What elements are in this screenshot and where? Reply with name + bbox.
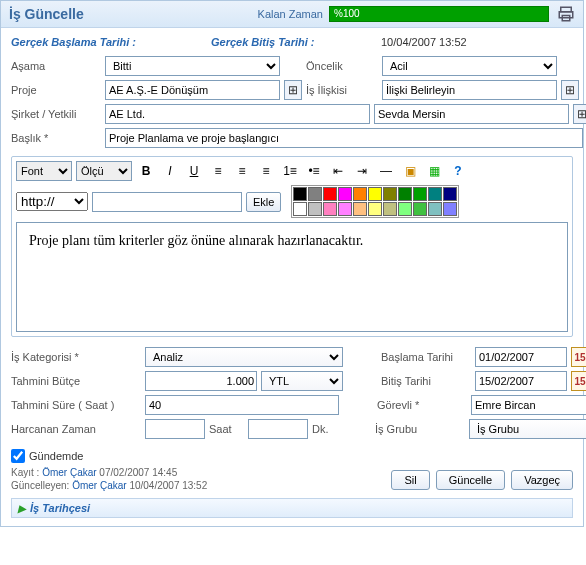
estimated-duration-label: Tahmini Süre ( Saat ) (11, 399, 141, 411)
color-swatch[interactable] (428, 202, 442, 216)
spent-hours-input[interactable] (145, 419, 205, 439)
project-input[interactable] (105, 80, 280, 100)
update-button[interactable]: Güncelle (436, 470, 505, 490)
color-swatch[interactable] (413, 202, 427, 216)
color-swatch[interactable] (383, 187, 397, 201)
spent-minutes-input[interactable] (248, 419, 308, 439)
size-select[interactable]: Ölçü (76, 161, 132, 181)
print-icon[interactable] (557, 5, 575, 23)
color-swatch[interactable] (383, 202, 397, 216)
color-swatch[interactable] (308, 202, 322, 216)
end-date-picker-button[interactable]: 15 (571, 371, 586, 391)
hr-button[interactable]: — (376, 161, 396, 181)
priority-label: Öncelik (306, 60, 378, 72)
updated-by-link[interactable]: Ömer Çakar (72, 480, 126, 491)
assignee-label: Görevli * (377, 399, 467, 411)
cancel-button[interactable]: Vazgeç (511, 470, 573, 490)
date-button[interactable]: ▦ (424, 161, 444, 181)
workgroup-label: İş Grubu (375, 423, 465, 435)
color-swatch[interactable] (323, 202, 337, 216)
progress-bar: %100 (329, 6, 549, 22)
editor-textarea[interactable]: Proje planı tüm kriterler göz önüne alın… (16, 222, 568, 332)
stage-select[interactable]: Bitti (105, 56, 280, 76)
dialog-header: İş Güncelle Kalan Zaman %100 (1, 1, 583, 28)
underline-button[interactable]: U (184, 161, 204, 181)
font-select[interactable]: Font (16, 161, 72, 181)
color-swatch[interactable] (323, 187, 337, 201)
color-swatch[interactable] (338, 202, 352, 216)
company-input[interactable] (105, 104, 370, 124)
real-end-date-label: Gerçek Bitiş Tarihi : (211, 36, 381, 48)
category-select[interactable]: Analiz (145, 347, 343, 367)
color-swatch[interactable] (308, 187, 322, 201)
rich-editor: Font Ölçü B I U ≡ ≡ ≡ 1≡ •≡ ⇤ ⇥ — ▣ ▦ ? … (11, 156, 573, 337)
list-ol-button[interactable]: 1≡ (280, 161, 300, 181)
progress-text: %100 (334, 8, 360, 19)
bold-button[interactable]: B (136, 161, 156, 181)
list-ul-button[interactable]: •≡ (304, 161, 324, 181)
agenda-label: Gündemde (29, 450, 83, 462)
color-swatch[interactable] (443, 202, 457, 216)
budget-input[interactable] (145, 371, 257, 391)
spent-time-label: Harcanan Zaman (11, 423, 141, 435)
agenda-checkbox[interactable] (11, 449, 25, 463)
real-end-date-value: 10/04/2007 13:52 (381, 36, 467, 48)
priority-select[interactable]: Acil (382, 56, 557, 76)
image-button[interactable]: ▣ (400, 161, 420, 181)
estimated-duration-input[interactable] (145, 395, 339, 415)
relation-input[interactable] (382, 80, 557, 100)
hours-unit-label: Saat (209, 423, 244, 435)
color-swatch[interactable] (293, 202, 307, 216)
help-button[interactable]: ? (448, 161, 468, 181)
outdent-button[interactable]: ⇤ (328, 161, 348, 181)
remaining-time-label: Kalan Zaman (258, 8, 323, 20)
page-title: İş Güncelle (9, 6, 84, 22)
indent-button[interactable]: ⇥ (352, 161, 372, 181)
budget-label: Tahmini Bütçe (11, 375, 141, 387)
currency-select[interactable]: YTL (261, 371, 343, 391)
project-pick-button[interactable]: ⊞ (284, 80, 302, 100)
assignee-input[interactable] (471, 395, 586, 415)
protocol-select[interactable]: http:// (16, 192, 88, 211)
color-swatch[interactable] (428, 187, 442, 201)
expand-icon: ▶ (18, 503, 26, 514)
title-label: Başlık * (11, 132, 101, 144)
color-swatch[interactable] (338, 187, 352, 201)
relation-label: İş İlişkisi (306, 84, 378, 96)
project-label: Proje (11, 84, 101, 96)
start-date-input[interactable] (475, 347, 567, 367)
url-input[interactable] (92, 192, 242, 212)
start-date-picker-button[interactable]: 15 (571, 347, 586, 367)
color-swatch[interactable] (413, 187, 427, 201)
start-date-label: Başlama Tarihi (381, 351, 471, 363)
title-input[interactable] (105, 128, 583, 148)
color-swatch[interactable] (398, 187, 412, 201)
add-link-button[interactable]: Ekle (246, 192, 281, 212)
italic-button[interactable]: I (160, 161, 180, 181)
color-swatch[interactable] (398, 202, 412, 216)
minutes-unit-label: Dk. (312, 423, 337, 435)
color-swatch[interactable] (353, 187, 367, 201)
company-label: Şirket / Yetkili (11, 108, 101, 120)
color-swatch[interactable] (443, 187, 457, 201)
align-right-button[interactable]: ≡ (256, 161, 276, 181)
end-date-label: Bitiş Tarihi (381, 375, 471, 387)
align-left-button[interactable]: ≡ (208, 161, 228, 181)
color-palette[interactable] (291, 185, 459, 218)
color-swatch[interactable] (368, 187, 382, 201)
delete-button[interactable]: Sil (391, 470, 429, 490)
history-title: İş Tarihçesi (30, 502, 90, 514)
contact-input[interactable] (374, 104, 569, 124)
workgroup-select[interactable]: İş Grubu (469, 419, 586, 439)
end-date-input[interactable] (475, 371, 567, 391)
company-pick-button[interactable]: ⊞ (573, 104, 586, 124)
color-swatch[interactable] (293, 187, 307, 201)
real-start-date-label: Gerçek Başlama Tarihi : (11, 36, 211, 48)
align-center-button[interactable]: ≡ (232, 161, 252, 181)
color-swatch[interactable] (353, 202, 367, 216)
created-by-link[interactable]: Ömer Çakar (42, 467, 96, 478)
relation-pick-button[interactable]: ⊞ (561, 80, 579, 100)
history-section-header[interactable]: ▶ İş Tarihçesi (11, 498, 573, 518)
stage-label: Aşama (11, 60, 101, 72)
color-swatch[interactable] (368, 202, 382, 216)
